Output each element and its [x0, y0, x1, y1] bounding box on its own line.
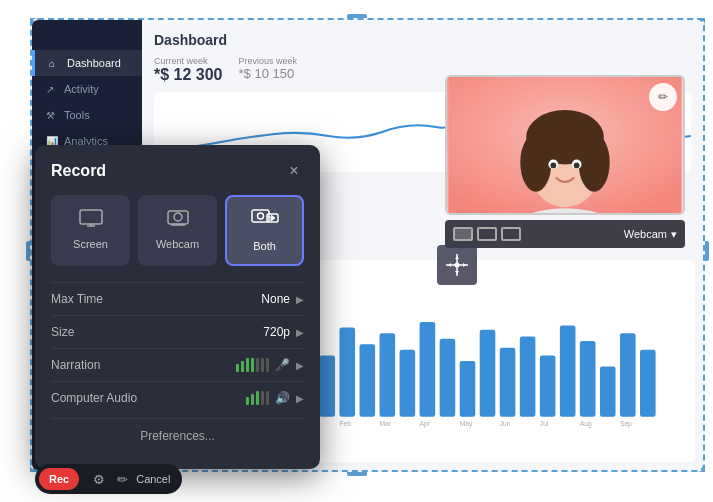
svg-text:Aug: Aug — [580, 420, 592, 428]
narration-label: Narration — [51, 358, 236, 372]
svg-point-11 — [550, 162, 556, 168]
dialog-title: Record — [51, 162, 106, 180]
edit-icon[interactable]: ✏ — [111, 472, 134, 487]
source-both[interactable]: Both — [225, 195, 304, 266]
svg-rect-24 — [400, 350, 416, 417]
svg-rect-22 — [360, 344, 376, 416]
narration-volume — [236, 358, 269, 372]
current-week-value: *$ 12 300 — [154, 66, 223, 84]
webcam-edit-button[interactable]: ✏ — [649, 83, 677, 111]
vol-bar-7 — [266, 358, 269, 372]
source-options: Screen Webcam — [51, 195, 304, 266]
crosshair-move-icon[interactable] — [437, 245, 477, 285]
settings-computer-audio: Computer Audio 🔊 ▶ — [51, 381, 304, 414]
rec-button[interactable]: Rec — [39, 468, 79, 490]
main-container: ⌂ Dashboard ↗ Activity ⚒ Tools 📊 Analyti… — [0, 0, 713, 502]
size-label: Size — [51, 325, 263, 339]
webcam-label-text: Webcam — [624, 228, 667, 240]
sidebar-label-tools: Tools — [64, 109, 90, 121]
max-time-arrow[interactable]: ▶ — [296, 294, 304, 305]
screen-icon — [79, 209, 103, 232]
svg-point-48 — [174, 213, 182, 221]
svg-text:Apr: Apr — [420, 420, 431, 428]
svg-rect-26 — [440, 339, 456, 417]
sidebar-item-dashboard[interactable]: ⌂ Dashboard — [32, 50, 142, 76]
svg-rect-36 — [640, 350, 656, 417]
vol-bar-3 — [246, 358, 249, 372]
settings-max-time: Max Time None ▶ — [51, 282, 304, 315]
settings-icon[interactable]: ⚙ — [87, 472, 111, 487]
narration-arrow[interactable]: ▶ — [296, 360, 304, 371]
activity-icon: ↗ — [46, 84, 58, 95]
svg-rect-27 — [460, 361, 476, 417]
sidebar-label-dashboard: Dashboard — [67, 57, 121, 69]
both-icon — [251, 209, 279, 234]
audio-arrow[interactable]: ▶ — [296, 393, 304, 404]
svg-rect-21 — [339, 328, 355, 417]
dashboard-title: Dashboard — [154, 32, 691, 48]
webcam-label: Webcam ▾ — [624, 228, 677, 241]
stat-previous-week: Previous week *$ 10 150 — [239, 56, 298, 84]
audio-vol-bar-4 — [261, 391, 264, 405]
source-both-label: Both — [253, 240, 276, 252]
webcam-preview: ✏ — [445, 75, 685, 215]
svg-rect-35 — [620, 333, 636, 416]
settings-size: Size 720p ▶ — [51, 315, 304, 348]
svg-text:Jun: Jun — [500, 420, 511, 427]
sidebar-item-activity[interactable]: ↗ Activity — [32, 76, 142, 102]
vol-bar-6 — [261, 358, 264, 372]
cancel-button[interactable]: Cancel — [136, 473, 170, 485]
dashboard-icon: ⌂ — [49, 58, 61, 69]
svg-text:May: May — [460, 420, 473, 428]
chart-area-bottom: 345 121 80% — [260, 260, 695, 462]
record-dialog: Record × Screen — [35, 145, 320, 469]
source-webcam-label: Webcam — [156, 238, 199, 250]
cam-screen-btn[interactable] — [453, 227, 473, 241]
vol-bar-4 — [251, 358, 254, 372]
cam-pip-btn[interactable] — [477, 227, 497, 241]
webcam-controls: Webcam ▾ — [445, 220, 685, 248]
svg-rect-28 — [480, 330, 496, 417]
source-webcam[interactable]: Webcam — [138, 195, 217, 266]
audio-vol-bar-5 — [266, 391, 269, 405]
vol-bar-5 — [256, 358, 259, 372]
svg-rect-46 — [80, 210, 102, 224]
source-screen-label: Screen — [73, 238, 108, 250]
svg-point-8 — [579, 133, 610, 191]
max-time-label: Max Time — [51, 292, 261, 306]
previous-week-label: Previous week — [239, 56, 298, 66]
sidebar-label-activity: Activity — [64, 83, 99, 95]
size-value: 720p — [263, 325, 290, 339]
sidebar-item-tools[interactable]: ⚒ Tools — [32, 102, 142, 128]
audio-vol-bar-1 — [246, 397, 249, 405]
svg-rect-34 — [600, 367, 616, 417]
svg-text:Jul: Jul — [540, 420, 549, 427]
settings-narration: Narration 🎤 ▶ — [51, 348, 304, 381]
svg-rect-20 — [319, 355, 335, 416]
svg-text:Mar: Mar — [380, 420, 392, 427]
cam-full-btn[interactable] — [501, 227, 521, 241]
svg-rect-29 — [500, 348, 516, 417]
vol-bar-1 — [236, 364, 239, 372]
svg-rect-32 — [560, 325, 576, 416]
webcam-icon — [166, 209, 190, 232]
svg-point-50 — [257, 213, 263, 219]
current-week-label: Current week — [154, 56, 223, 66]
bar-chart-section: 345 121 80% — [260, 260, 695, 462]
svg-rect-25 — [420, 322, 436, 417]
audio-volume — [246, 391, 269, 405]
webcam-dropdown-icon[interactable]: ▾ — [671, 228, 677, 241]
svg-rect-23 — [380, 333, 396, 416]
speaker-icon: 🔊 — [275, 391, 290, 405]
size-arrow[interactable]: ▶ — [296, 327, 304, 338]
audio-vol-bar-2 — [251, 394, 254, 405]
svg-text:Feb: Feb — [339, 420, 351, 427]
svg-rect-33 — [580, 341, 596, 417]
preferences-button[interactable]: Preferences... — [51, 418, 304, 453]
source-screen[interactable]: Screen — [51, 195, 130, 266]
stat-current-week: Current week *$ 12 300 — [154, 56, 223, 84]
dialog-close-button[interactable]: × — [284, 161, 304, 181]
audio-vol-bar-3 — [256, 391, 259, 405]
svg-rect-31 — [540, 355, 556, 416]
vol-bar-2 — [241, 361, 244, 372]
